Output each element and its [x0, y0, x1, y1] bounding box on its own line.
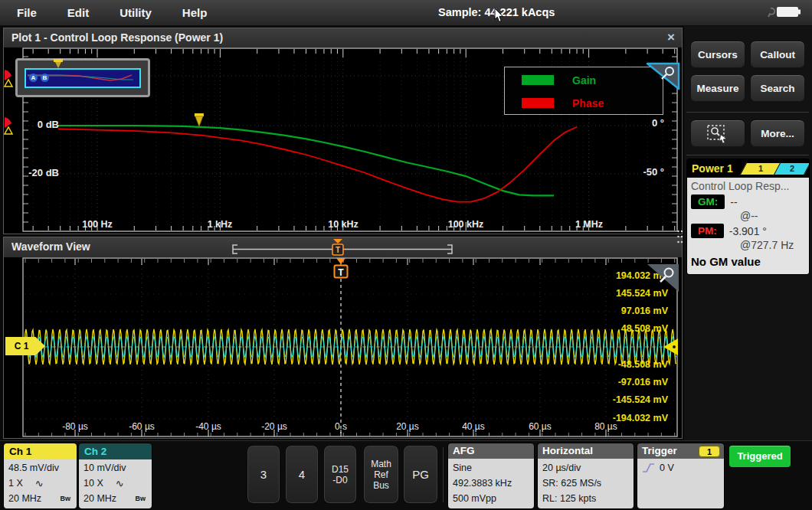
gain-curve: [58, 126, 554, 195]
rising-edge-icon: [642, 462, 656, 474]
source-button-pg[interactable]: PG: [403, 445, 438, 504]
legend-row: Gain: [505, 70, 663, 90]
menu-bar: FileEditUtilityHelp Sample: 44.221 kAcqs: [0, 0, 812, 26]
trigger-source-chip: 1: [699, 446, 720, 457]
legend-swatch-phase: [522, 98, 554, 108]
source-button-4[interactable]: 4: [285, 445, 319, 504]
right-sidebar: CursorsCalloutMeasureSearch More... Powe…: [684, 26, 812, 440]
panel-splitter-handle[interactable]: [676, 227, 684, 246]
bottom-settings-bar: Ch 148.5 mV/div1 X∿20 MHzBwCh 210 mV/div…: [0, 440, 812, 510]
badge-info-line: RL: 125 kpts: [542, 491, 629, 506]
bottom-bar-divider: [443, 447, 444, 502]
trigger-marker-icon: T: [335, 258, 348, 278]
plot-title: Plot 1 - Control Loop Response (Power 1): [4, 31, 223, 44]
trigger-status-badge: Triggered: [729, 446, 791, 467]
more-button[interactable]: More...: [750, 119, 805, 148]
pm-label: PM:: [691, 224, 724, 238]
channel-attenuation-row: 1 X∿: [8, 476, 72, 491]
callout-button[interactable]: Callout: [750, 41, 805, 69]
mouse-cursor-icon: [494, 8, 505, 23]
channel-badge-1[interactable]: Ch 148.5 mV/div1 X∿20 MHzBw: [4, 443, 77, 508]
splitter-dots-icon: [676, 227, 684, 246]
horizontal-badge-body: 20 µs/divSR: 625 MS/sRL: 125 kpts: [538, 459, 634, 508]
waveform-title-bar[interactable]: Waveform View T: [4, 237, 682, 258]
badge-title: AFG: [453, 445, 475, 456]
badge-info-line: 20 µs/div: [542, 460, 629, 476]
badge-info-line: 492.3883 kHz: [453, 476, 529, 491]
menu-item-utility[interactable]: Utility: [120, 0, 152, 25]
reference-level-marker-icon: [5, 117, 12, 134]
waveform-grid[interactable]: T 194.032 mV145.524 mV97.016 mV48.508 mV…: [4, 257, 682, 438]
source-button-3[interactable]: 3: [247, 445, 280, 504]
badge-title: Horizontal: [542, 445, 593, 456]
trigger-level: 0 V: [660, 460, 674, 476]
channel-badge-2[interactable]: Ch 210 mV/div10 X∿20 MHzBw: [79, 443, 152, 508]
channel-bandwidth: 20 MHz: [8, 493, 41, 504]
source-button-math[interactable]: Math Ref Bus: [363, 445, 399, 504]
phase-curve: [58, 127, 577, 202]
channel-bandwidth: 20 MHz: [83, 493, 116, 504]
pm-frequency: @727.7 Hz: [691, 239, 805, 251]
sidebar-divider: [686, 112, 809, 113]
measure-button[interactable]: Measure: [690, 74, 745, 103]
afg-badge[interactable]: AFGSine492.3883 kHz500 mVpp: [448, 443, 534, 508]
legend-row: Phase: [505, 93, 663, 113]
trigger-level-arrow-icon[interactable]: [663, 338, 679, 356]
menu-item-file[interactable]: File: [17, 0, 37, 25]
bandwidth-limit-icon: Bw: [61, 495, 73, 502]
horizontal-badge-header: Horizontal: [538, 443, 634, 459]
reference-level-marker-icon: [5, 70, 12, 87]
plot-zoom-corner-icon[interactable]: [645, 62, 680, 91]
plot-close-button[interactable]: ×: [667, 28, 675, 47]
channel-scale-row: 48.5 mV/div: [8, 460, 72, 476]
gm-label: GM:: [691, 195, 725, 209]
plot-title-bar[interactable]: Plot 1 - Control Loop Response (Power 1)…: [4, 28, 682, 48]
bode-plot-area[interactable]: 0 dB-20 dB50 °-50 °100 Hz1 kHz10 kHz100 …: [4, 47, 682, 234]
thumbnail-badge-a: A: [29, 74, 38, 82]
waveform-chart: T: [4, 257, 682, 438]
sine-coupling-icon: ∿: [35, 478, 44, 489]
power-badge-header: Power 1 1 2: [687, 159, 809, 178]
sidebar-divider: [686, 155, 809, 155]
channel-scale-row: 10 mV/div: [83, 460, 147, 476]
legend-label-gain: Gain: [572, 74, 596, 87]
channel-bandwidth-row: 20 MHzBw: [8, 491, 72, 506]
thumbnail-viewport: A B: [25, 68, 141, 88]
channel-scale: 48.5 mV/div: [8, 463, 59, 473]
plot-thumbnail[interactable]: A B: [15, 58, 150, 97]
legend-swatch-gain: [522, 75, 554, 85]
channel-scale: 10 mV/div: [83, 463, 126, 473]
waveform-panel: Waveform View T T 194.032 mV145.524 mV97…: [3, 237, 683, 439]
channel-attenuation: 1 X: [8, 478, 23, 489]
channel-badge-body: 10 mV/div10 X∿20 MHzBw: [79, 459, 152, 508]
menu-item-edit[interactable]: Edit: [67, 0, 89, 25]
menu-item-help[interactable]: Help: [182, 0, 208, 25]
trigger-badge-header: Trigger 1: [637, 443, 724, 459]
legend-label-phase: Phase: [572, 97, 604, 110]
source-button-d15[interactable]: D15 -D0: [323, 445, 357, 504]
zoom-box-icon: [706, 124, 729, 144]
channel-badge-header: Ch 1: [4, 443, 77, 459]
waveform-zoom-corner-icon[interactable]: [645, 263, 680, 293]
channel-attenuation-row: 10 X∿: [83, 476, 147, 491]
channel-badge-header: Ch 2: [79, 443, 152, 459]
afg-badge-body: Sine492.3883 kHz500 mVpp: [448, 459, 534, 508]
thumbnail-marker-icon[interactable]: [53, 59, 64, 70]
pm-value: -3.901 °: [729, 225, 767, 237]
gm-value: --: [730, 196, 737, 208]
power-tab-2[interactable]: 2: [773, 162, 809, 175]
battery-plug-icon: [768, 5, 803, 19]
horizontal-badge[interactable]: Horizontal20 µs/divSR: 625 MS/sRL: 125 k…: [538, 443, 634, 508]
power-note: No GM value: [691, 255, 805, 268]
power-measurement-badge[interactable]: Power 1 1 2 Control Loop Resp... GM: -- …: [687, 159, 809, 274]
channel-bandwidth-row: 20 MHzBw: [83, 491, 147, 506]
power-badge-body: Control Loop Resp... GM: -- @-- PM: -3.9…: [687, 178, 809, 274]
acquisition-range-indicator[interactable]: T: [4, 237, 682, 257]
channel-badge-body: 48.5 mV/div1 X∿20 MHzBw: [4, 459, 77, 508]
cursors-button[interactable]: Cursors: [690, 41, 745, 69]
zoom-mode-button[interactable]: [690, 119, 745, 148]
trigger-badge[interactable]: Trigger 1 0 V: [637, 443, 724, 508]
bode-marker-icon: [195, 113, 204, 126]
bode-plot-panel: Plot 1 - Control Loop Response (Power 1)…: [3, 28, 683, 234]
search-button[interactable]: Search: [750, 74, 805, 103]
